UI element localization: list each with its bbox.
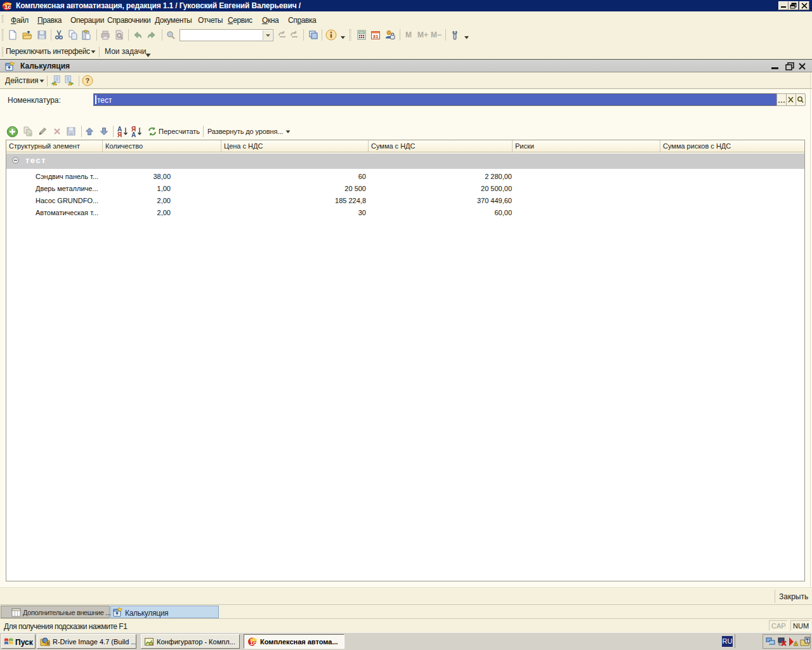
svg-text:?: ? — [86, 77, 90, 84]
svg-text:1с: 1с — [250, 640, 256, 646]
svg-text:!: ! — [795, 642, 796, 646]
svg-text:R: R — [46, 642, 49, 646]
svg-text:Я: Я — [117, 131, 122, 138]
svg-text:1с: 1с — [4, 3, 11, 10]
svg-text:31: 31 — [373, 34, 379, 39]
svg-text:А: А — [131, 131, 136, 138]
